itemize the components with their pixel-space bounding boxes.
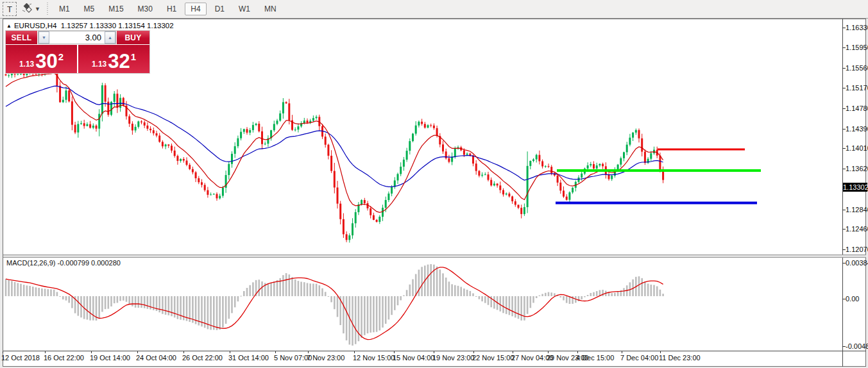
candle-up [620, 158, 622, 165]
candle-down [433, 126, 435, 128]
candle-up [523, 207, 525, 214]
ohlc-values: 1.13257 1.13330 1.13154 1.13302 [61, 22, 174, 29]
timeframe-button-h1[interactable]: H1 [161, 3, 182, 15]
macd-histogram-bar [298, 281, 300, 296]
timeframe-button-mn[interactable]: MN [259, 3, 282, 15]
time-axis-tick [91, 351, 92, 353]
macd-histogram-bar [44, 289, 46, 296]
candle-down [550, 167, 552, 173]
candle-down [156, 133, 158, 136]
macd-histogram-bar [228, 296, 230, 319]
candle-up [234, 146, 236, 154]
candle-down [35, 74, 37, 74]
candle-up [418, 122, 420, 126]
sell-button[interactable]: SELL [6, 31, 37, 44]
timeframe-button-w1[interactable]: W1 [233, 3, 256, 15]
timeframe-button-m1[interactable]: M1 [53, 3, 76, 15]
candle-up [210, 194, 212, 195]
collapse-icon[interactable]: ▲ [6, 23, 12, 29]
macd-histogram-bar [442, 273, 444, 296]
candle-up [252, 125, 254, 130]
macd-histogram-bar [470, 291, 472, 296]
macd-histogram-bar [294, 280, 296, 296]
volume-increase-button[interactable]: ▲ [105, 31, 115, 44]
toolbar-grip [47, 3, 48, 15]
timeframe-button-m5[interactable]: M5 [78, 3, 101, 15]
chevron-down-icon: ▼ [42, 35, 46, 40]
macd-histogram-bar [65, 296, 67, 301]
candle-up [545, 166, 547, 167]
candle-down [421, 122, 423, 124]
sell-price-display[interactable]: 1.13 30 2 [6, 45, 77, 73]
candle-down [475, 163, 477, 171]
candle-up [650, 153, 652, 159]
macd-histogram-bar [532, 296, 534, 303]
time-axis-label: 31 Oct 14:00 [228, 354, 269, 362]
candle-down [140, 121, 142, 122]
buy-button[interactable]: BUY [117, 31, 149, 44]
macd-histogram-bar [590, 293, 592, 296]
macd-histogram-bar [219, 296, 221, 330]
timeframe-button-d1[interactable]: D1 [209, 3, 230, 15]
candle-up [536, 155, 538, 160]
text-tool-button[interactable]: T [3, 2, 17, 16]
time-axis-tick [473, 351, 474, 353]
macd-histogram-bar [261, 281, 263, 296]
timeframe-button-m15[interactable]: M15 [103, 3, 129, 15]
timeframe-button-m30[interactable]: M30 [132, 3, 158, 15]
volume-decrease-button[interactable]: ▼ [38, 31, 49, 44]
macd-histogram-bar [647, 283, 649, 296]
pane-splitter[interactable] [3, 255, 866, 258]
macd-histogram-bar [448, 281, 450, 296]
time-axis-tick [394, 351, 395, 353]
candle-down [176, 156, 178, 161]
candle-up [532, 160, 534, 161]
candle-down [162, 142, 164, 146]
candle-down [499, 185, 501, 190]
time-axis-label: 7 Dec 04:00 [620, 354, 658, 362]
chart-caption: ▲EURUSD,H4 1.13257 1.13330 1.13154 1.133… [6, 22, 174, 29]
macd-indicator-canvas[interactable] [3, 258, 842, 350]
time-axis-label: 15 Nov 04:00 [393, 354, 434, 362]
candle-down [346, 234, 348, 240]
macd-histogram-bar [71, 296, 73, 308]
candle-up [119, 98, 121, 108]
time-axis-label: 4 Dec 15:00 [576, 354, 614, 362]
macd-histogram-bar [123, 296, 124, 301]
macd-histogram-bar [319, 285, 321, 296]
candle-down [174, 151, 176, 156]
candle-up [26, 74, 28, 75]
macd-histogram-bar [651, 285, 652, 296]
macd-histogram-bar [488, 296, 489, 305]
macd-histogram-bar [285, 273, 287, 296]
buy-price-display[interactable]: 1.13 32 1 [78, 45, 149, 73]
candle-up [635, 130, 637, 133]
price-axis-label: 1.15950 [846, 44, 868, 51]
candle-down [285, 102, 287, 103]
macd-histogram-bar [105, 296, 106, 309]
macd-histogram-bar [653, 285, 655, 296]
macd-histogram-bar [563, 296, 565, 300]
time-axis-label: 12 Nov 15:00 [353, 354, 395, 362]
sell-button-label: SELL [12, 33, 32, 42]
candle-up [303, 121, 305, 123]
time-axis-tick [308, 351, 309, 353]
arrow-objects-button[interactable]: ▼ [22, 3, 40, 15]
candle-down [261, 131, 263, 144]
macd-histogram-bar [439, 269, 441, 296]
macd-histogram-bar [397, 296, 399, 305]
volume-input[interactable]: 3.00 [49, 31, 105, 44]
macd-histogram-bar [364, 296, 366, 335]
macd-histogram-bar [117, 296, 119, 303]
macd-histogram-bar [623, 288, 625, 296]
buy-price-sup: 1 [131, 51, 136, 62]
macd-histogram-bar [361, 296, 362, 338]
candle-down [330, 156, 332, 171]
candle-up [17, 74, 19, 74]
macd-histogram-bar [140, 296, 142, 308]
candle-down [146, 126, 148, 129]
timeframe-button-h4[interactable]: H4 [185, 3, 206, 15]
macd-histogram-bar [243, 291, 245, 296]
price-axis-label: 1.15170 [846, 84, 868, 92]
macd-histogram-bar [252, 282, 254, 296]
